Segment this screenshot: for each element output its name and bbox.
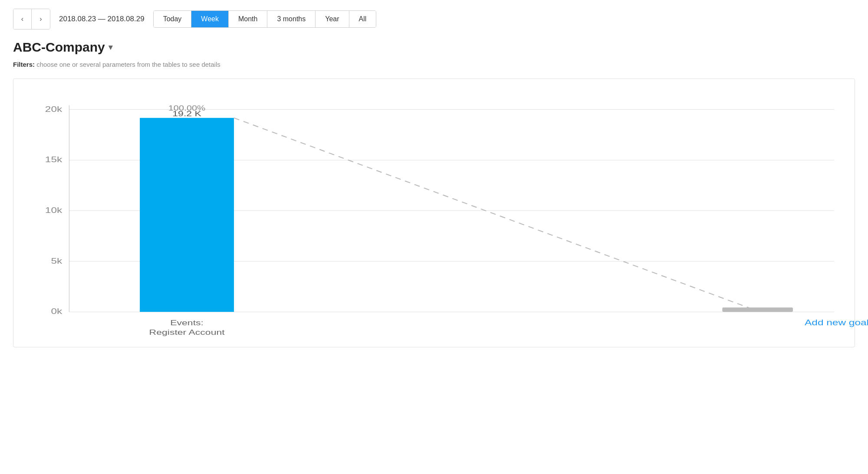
chart-svg: 0k 5k 10k 15k 20k 100.00% 19.2 K Events:… xyxy=(22,92,846,338)
filters-label: Filters: xyxy=(13,61,35,68)
period-month[interactable]: Month xyxy=(229,11,267,27)
prev-button[interactable]: ‹ xyxy=(13,9,32,29)
svg-text:Events:: Events: xyxy=(170,318,204,327)
period-today[interactable]: Today xyxy=(154,11,192,27)
nav-arrows: ‹ › xyxy=(13,9,50,29)
period-3months[interactable]: 3 months xyxy=(267,11,316,27)
company-name: ABC-Company xyxy=(13,40,105,55)
company-dropdown[interactable]: ▾ xyxy=(108,42,112,52)
chart-svg-wrapper: 0k 5k 10k 15k 20k 100.00% 19.2 K Events:… xyxy=(22,92,846,338)
svg-text:0k: 0k xyxy=(51,307,62,316)
svg-line-15 xyxy=(234,118,758,311)
chart-container: 0k 5k 10k 15k 20k 100.00% 19.2 K Events:… xyxy=(13,78,855,347)
svg-text:19.2 K: 19.2 K xyxy=(172,110,201,118)
svg-text:5k: 5k xyxy=(51,256,62,265)
filters-hint: choose one or several parameters from th… xyxy=(36,61,220,68)
period-year[interactable]: Year xyxy=(316,11,349,27)
company-title: ABC-Company ▾ xyxy=(13,40,855,55)
svg-text:20k: 20k xyxy=(45,105,62,114)
add-goal-label[interactable]: Add new goal: xyxy=(805,318,868,327)
bar-events-register xyxy=(140,118,234,312)
period-all[interactable]: All xyxy=(349,11,376,27)
svg-text:Register Account: Register Account xyxy=(149,328,225,337)
svg-text:15k: 15k xyxy=(45,155,62,164)
period-week[interactable]: Week xyxy=(191,11,229,27)
period-buttons: Today Week Month 3 months Year All xyxy=(153,10,377,28)
next-button[interactable]: › xyxy=(32,9,50,29)
header-nav: ‹ › 2018.08.23 — 2018.08.29 Today Week M… xyxy=(13,9,855,29)
svg-text:10k: 10k xyxy=(45,206,62,215)
filters-bar: Filters: choose one or several parameter… xyxy=(13,61,855,68)
goal-bar xyxy=(722,307,793,312)
date-range: 2018.08.23 — 2018.08.29 xyxy=(59,15,145,23)
